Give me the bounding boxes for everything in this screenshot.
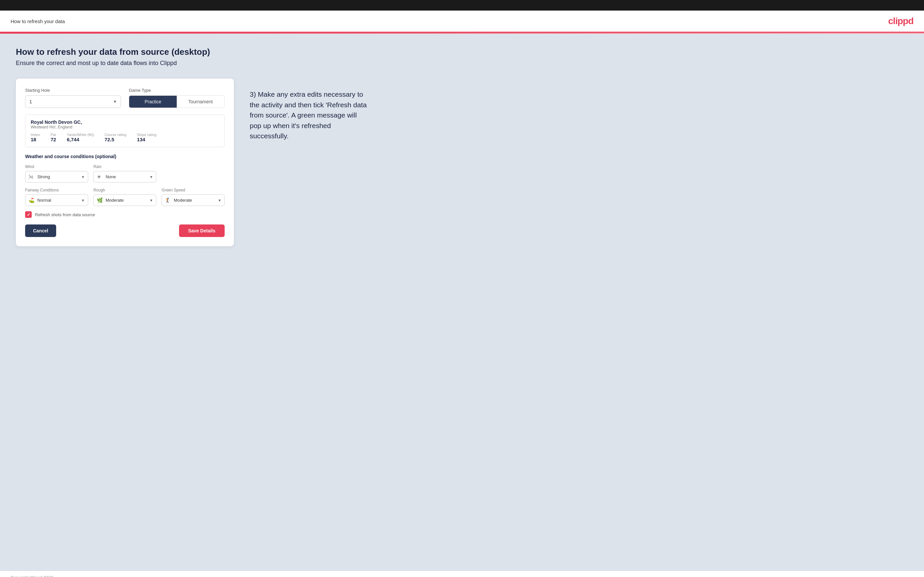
- course-info-box: Royal North Devon GC, Westward Ho!, Engl…: [25, 114, 225, 147]
- copyright-text: Copyright Clippd 2022: [11, 575, 53, 577]
- header: How to refresh your data clippd: [0, 11, 924, 33]
- save-button[interactable]: Save Details: [179, 224, 225, 237]
- holes-stat: Holes 18: [31, 133, 40, 142]
- button-row: Cancel Save Details: [25, 224, 225, 237]
- rough-icon: 🌿: [97, 197, 103, 203]
- rough-group: Rough 🌿 Moderate ▼: [94, 188, 157, 206]
- rain-label: Rain: [94, 164, 157, 169]
- starting-hole-group: Starting Hole 1 ▼: [25, 88, 121, 108]
- fairway-rough-green-row: Fairway Conditions ⛳ Normal ▼ Rough 🌿: [25, 188, 225, 206]
- course-rating-value: 72.5: [105, 137, 126, 142]
- holes-value: 18: [31, 137, 40, 142]
- refresh-row: Refresh shots from data source: [25, 211, 225, 218]
- slope-rating-stat: Slope rating 134: [137, 133, 157, 142]
- fairway-label: Fairway Conditions: [25, 188, 88, 192]
- slope-rating-value: 134: [137, 137, 157, 142]
- game-type-toggle: Practice Tournament: [129, 95, 225, 108]
- starting-hole-label: Starting Hole: [25, 88, 121, 93]
- main-content: How to refresh your data from source (de…: [0, 34, 924, 571]
- course-rating-stat: Course rating 72.5: [105, 133, 126, 142]
- green-speed-select-wrapper: 🏌 Moderate ▼: [162, 194, 225, 206]
- fairway-group: Fairway Conditions ⛳ Normal ▼: [25, 188, 88, 206]
- rough-select-wrapper: 🌿 Moderate ▼: [94, 194, 157, 206]
- green-speed-group: Green Speed 🏌 Moderate ▼: [162, 188, 225, 206]
- wind-icon: 🌬: [28, 174, 33, 180]
- par-value: 72: [50, 137, 56, 142]
- par-stat: Par 72: [50, 133, 56, 142]
- logo: clippd: [888, 16, 913, 26]
- fairway-icon: ⛳: [28, 197, 35, 203]
- content-row: Starting Hole 1 ▼ Game Type Practice Tou…: [16, 79, 908, 246]
- rough-label: Rough: [94, 188, 157, 192]
- course-name: Royal North Devon GC,: [31, 119, 219, 125]
- footer: Copyright Clippd 2022: [0, 571, 924, 577]
- page-subtitle: Ensure the correct and most up to date d…: [16, 60, 908, 67]
- wind-select[interactable]: Strong: [25, 171, 88, 182]
- yards-label: Yards/White (M)): [67, 133, 94, 137]
- form-card: Starting Hole 1 ▼ Game Type Practice Tou…: [16, 79, 234, 246]
- course-rating-label: Course rating: [105, 133, 126, 137]
- starting-hole-select-wrapper: 1 ▼: [25, 95, 121, 108]
- game-type-label: Game Type: [129, 88, 225, 93]
- side-text: 3) Make any extra edits necessary to the…: [250, 79, 369, 141]
- course-stats: Holes 18 Par 72 Yards/White (M)) 6,744 C…: [31, 133, 219, 142]
- page-title: How to refresh your data from source (de…: [16, 47, 908, 57]
- wind-group: Wind 🌬 Strong ▼: [25, 164, 88, 182]
- wind-rain-row: Wind 🌬 Strong ▼ Rain ☀ None: [25, 164, 225, 182]
- rain-icon: ☀: [97, 174, 101, 180]
- practice-button[interactable]: Practice: [129, 96, 177, 108]
- header-title: How to refresh your data: [11, 18, 65, 24]
- starting-hole-select[interactable]: 1: [25, 95, 121, 108]
- rain-select[interactable]: None: [94, 171, 157, 182]
- side-description: 3) Make any extra edits necessary to the…: [250, 89, 369, 141]
- green-speed-label: Green Speed: [162, 188, 225, 192]
- slope-rating-label: Slope rating: [137, 133, 157, 137]
- top-bar: [0, 0, 924, 11]
- yards-stat: Yards/White (M)) 6,744: [67, 133, 94, 142]
- holes-label: Holes: [31, 133, 40, 137]
- rain-group: Rain ☀ None ▼: [94, 164, 157, 182]
- wind-label: Wind: [25, 164, 88, 169]
- starting-hole-game-type-row: Starting Hole 1 ▼ Game Type Practice Tou…: [25, 88, 225, 108]
- wind-select-wrapper: 🌬 Strong ▼: [25, 171, 88, 182]
- green-speed-icon: 🏌: [165, 197, 171, 203]
- rain-select-wrapper: ☀ None ▼: [94, 171, 157, 182]
- par-label: Par: [50, 133, 56, 137]
- weather-section-title: Weather and course conditions (optional): [25, 154, 225, 159]
- course-location: Westward Ho!, England: [31, 125, 219, 129]
- refresh-checkbox[interactable]: [25, 211, 32, 218]
- game-type-group: Game Type Practice Tournament: [129, 88, 225, 108]
- fairway-select-wrapper: ⛳ Normal ▼: [25, 194, 88, 206]
- refresh-label: Refresh shots from data source: [35, 212, 95, 217]
- cancel-button[interactable]: Cancel: [25, 224, 56, 237]
- tournament-button[interactable]: Tournament: [177, 96, 224, 108]
- yards-value: 6,744: [67, 137, 94, 142]
